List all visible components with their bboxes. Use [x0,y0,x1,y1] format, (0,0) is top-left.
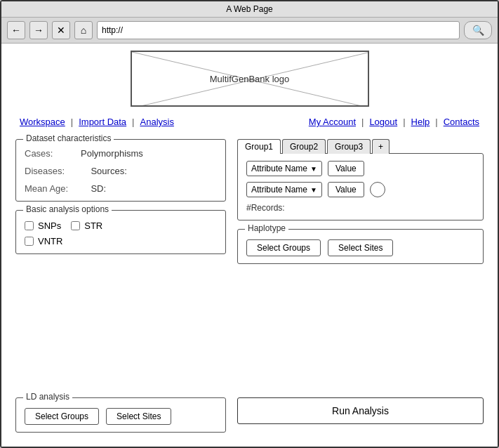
haplotype-select-groups[interactable]: Select Groups [246,239,321,256]
ld-select-groups[interactable]: Select Groups [25,408,99,425]
sd-combined: SD: [81,183,217,194]
dataset-grid: Cases: Polymorphisms Diseases: Sources: … [25,148,217,194]
filter-row-1: Attribute Name ▼ Value [246,161,474,176]
right-column: Group1 Group2 Group3 + Attribute Name ▼ [237,139,484,395]
snps-label: SNPs [38,220,61,231]
tab-group2[interactable]: Group2 [282,139,326,154]
sep-2: | [131,117,135,127]
sep-1: | [69,117,74,127]
filter-box: Attribute Name ▼ Value Attribute Name ▼ [237,153,484,220]
dropdown-arrow-1: ▼ [310,165,317,173]
sep-5: | [434,117,439,127]
basic-analysis-box: Basic analysis options SNPs STR VNTR [15,210,226,254]
mean-age-label: Mean Age: [25,183,81,194]
run-analysis-button[interactable]: Run Analysis [237,397,484,424]
url-input[interactable] [97,21,460,39]
str-label: STR [84,220,102,231]
attr-select-2[interactable]: Attribute Name ▼ [246,182,322,197]
sep-4: | [401,117,406,127]
value-button-2[interactable]: Value [328,182,364,197]
vntr-label: VNTR [38,236,62,246]
dropdown-arrow-2: ▼ [310,186,317,194]
dataset-legend: Dataset characteristics [23,133,114,143]
haplotype-buttons: Select Groups Select Sites [246,239,474,256]
nav-workspace[interactable]: Workspace [15,115,69,129]
sep-3: | [360,117,365,127]
sources-label: Sources: [91,166,126,176]
attr-name-1: Attribute Name [251,164,307,173]
tab-add[interactable]: + [372,139,390,154]
search-button[interactable]: 🔍 [464,21,492,39]
snps-str-row: SNPs STR [25,220,217,231]
tab-group1[interactable]: Group1 [237,139,281,154]
haplotype-select-sites[interactable]: Select Sites [328,239,393,256]
vntr-checkbox[interactable] [25,237,34,246]
nav-logout[interactable]: Logout [365,115,401,129]
left-column: Dataset characteristics Cases: Polymorph… [15,139,226,395]
haplotype-box: Haplotype Select Groups Select Sites [237,229,484,264]
vntr-row: VNTR [25,236,217,246]
sd-label: SD: [91,183,106,194]
main-area: Dataset characteristics Cases: Polymorph… [15,139,484,395]
records-text: #Records: [246,203,474,213]
logo-area: MultifGenBank logo [15,51,484,107]
title-bar: A Web Page [1,1,498,18]
close-button[interactable]: ✕ [52,21,70,39]
ld-buttons: Select Groups Select Sites [25,408,217,425]
ld-analysis-section: LD analysis Select Groups Select Sites [15,397,226,433]
toolbar: ← → ✕ ⌂ 🔍 [1,18,498,44]
ld-select-sites[interactable]: Select Sites [106,408,171,425]
logo-text: MultifGenBank logo [210,74,289,84]
tab-group3[interactable]: Group3 [327,139,371,154]
diseases-label: Diseases: [25,166,81,176]
ld-analysis-box: LD analysis Select Groups Select Sites [15,397,226,433]
attr-select-1[interactable]: Attribute Name ▼ [246,161,322,176]
attr-name-2: Attribute Name [251,185,307,195]
forward-button[interactable]: → [29,21,48,39]
value-button-1[interactable]: Value [328,161,364,176]
page-content: MultifGenBank logo Workspace | Import Da… [1,44,498,447]
group-filter-section: Group1 Group2 Group3 + Attribute Name ▼ [237,139,484,220]
run-analysis-section: Run Analysis [237,397,484,433]
circle-button[interactable] [370,182,385,197]
nav-import-data[interactable]: Import Data [74,115,131,129]
bottom-row: LD analysis Select Groups Select Sites R… [15,397,484,433]
analysis-options: SNPs STR VNTR [25,219,217,246]
nav-menu: Workspace | Import Data | Analysis My Ac… [15,115,484,129]
home-button[interactable]: ⌂ [74,21,93,39]
basic-analysis-legend: Basic analysis options [23,204,112,214]
cases-label: Cases: [25,148,81,159]
nav-my-account[interactable]: My Account [305,115,360,129]
browser-window: A Web Page ← → ✕ ⌂ 🔍 MultifGenBank logo … [0,0,499,448]
back-button[interactable]: ← [7,21,25,39]
nav-help[interactable]: Help [407,115,434,129]
nav-analysis[interactable]: Analysis [136,115,178,129]
ld-analysis-legend: LD analysis [23,392,72,402]
tabs-row: Group1 Group2 Group3 + [237,139,484,154]
snps-checkbox[interactable] [25,221,34,230]
haplotype-legend: Haplotype [245,223,288,233]
page-title: A Web Page [226,4,273,14]
nav-contacts[interactable]: Contacts [439,115,484,129]
filter-row-2: Attribute Name ▼ Value [246,182,474,197]
dataset-characteristics-box: Dataset characteristics Cases: Polymorph… [15,139,226,202]
sources-combined: Sources: [81,166,217,176]
cases-value: Polymorphisms [81,148,217,159]
str-checkbox[interactable] [71,221,80,230]
logo-box: MultifGenBank logo [131,51,369,107]
